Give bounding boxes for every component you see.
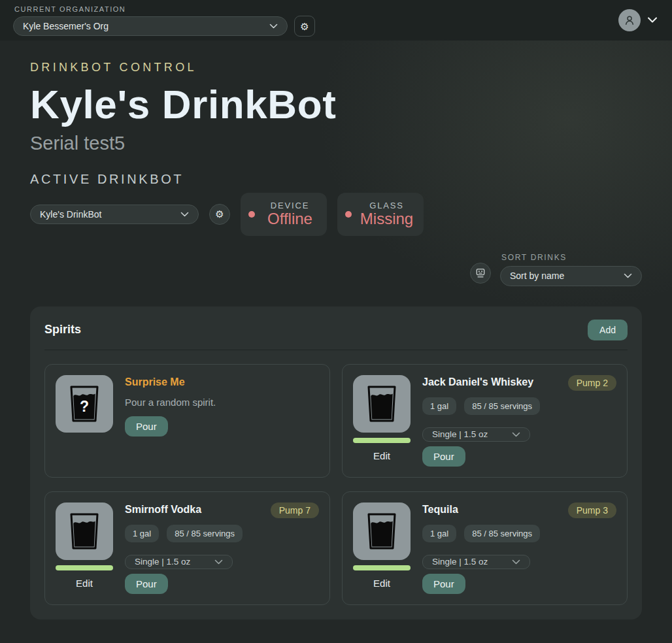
glass-icon bbox=[364, 512, 399, 550]
drink-name-row: Jack Daniel's WhiskeyPump 2 bbox=[422, 375, 616, 391]
spirits-section: Spirits Add ?Surprise MePour a random sp… bbox=[30, 306, 642, 619]
avatar[interactable] bbox=[618, 9, 641, 31]
svg-text:?: ? bbox=[80, 398, 89, 415]
drink-name: Surprise Me bbox=[125, 375, 185, 389]
drink-thumb-column: Edit bbox=[56, 503, 113, 594]
drink-chips: 1 gal85 / 85 servings bbox=[125, 525, 243, 542]
user-menu[interactable] bbox=[618, 9, 658, 31]
drink-name: Smirnoff Vodka bbox=[125, 503, 201, 517]
sort-drinks-select[interactable]: Sort by name bbox=[500, 266, 642, 286]
drink-info-chip: 1 gal bbox=[422, 397, 456, 415]
drink-name: Tequila bbox=[422, 503, 458, 517]
drink-thumb-column: Edit bbox=[353, 375, 411, 467]
sort-row: SORT DRINKS Sort by name bbox=[0, 253, 642, 286]
edit-button[interactable]: Edit bbox=[373, 578, 390, 589]
pour-size-value: Single | 1.5 oz bbox=[135, 557, 190, 567]
gear-icon: ⚙ bbox=[215, 209, 224, 219]
main-content: DRINKBOT CONTROL Kyle's DrinkBot Serial … bbox=[0, 41, 672, 643]
topbar: CURRENT ORGANIZATION Kyle Bessemer's Org… bbox=[0, 0, 672, 41]
glass-status-label: GLASS bbox=[369, 201, 403, 210]
drink-info-chip: 85 / 85 servings bbox=[464, 525, 540, 542]
org-select[interactable]: Kyle Bessemer's Org bbox=[13, 16, 288, 36]
drinkbot-view-button[interactable] bbox=[470, 263, 491, 284]
pour-size-select[interactable]: Single | 1.5 oz bbox=[125, 555, 233, 569]
drink-chips: 1 gal85 / 85 servings bbox=[422, 525, 540, 542]
drink-card-body: Smirnoff VodkaPump 71 gal85 / 85 serving… bbox=[125, 503, 319, 594]
glass-icon bbox=[364, 385, 399, 423]
section-divider bbox=[44, 350, 628, 350]
drink-name-row: Smirnoff VodkaPump 7 bbox=[125, 503, 319, 518]
spirits-section-title: Spirits bbox=[44, 323, 81, 337]
drinkbot-settings-button[interactable]: ⚙ bbox=[209, 204, 230, 225]
sort-drinks: SORT DRINKS Sort by name bbox=[500, 253, 642, 286]
glass-icon: ? bbox=[67, 385, 102, 423]
glass-status-value: Missing bbox=[360, 210, 413, 227]
fill-level-bar bbox=[353, 438, 411, 443]
chevron-down-icon bbox=[214, 559, 223, 565]
active-drinkbot-label: ACTIVE DRINKBOT bbox=[30, 172, 672, 187]
org-label: CURRENT ORGANIZATION bbox=[14, 5, 315, 13]
drink-name: Jack Daniel's Whiskey bbox=[422, 375, 533, 389]
drink-card-body: Surprise MePour a random spirit.Pour bbox=[125, 375, 319, 467]
chevron-down-icon bbox=[624, 273, 632, 278]
pump-badge: Pump 2 bbox=[568, 375, 616, 391]
pour-size-value: Single | 1.5 oz bbox=[432, 429, 488, 439]
glass-status-card: GLASS Missing bbox=[337, 193, 424, 236]
drink-thumb-column: ? bbox=[56, 375, 113, 467]
drink-info-chip: 85 / 85 servings bbox=[167, 525, 243, 542]
device-status-label: DEVICE bbox=[271, 201, 309, 210]
pump-badge: Pump 3 bbox=[568, 503, 616, 518]
pour-button[interactable]: Pour bbox=[125, 574, 168, 594]
drink-name-row: Surprise Me bbox=[125, 375, 319, 389]
org-switcher: CURRENT ORGANIZATION Kyle Bessemer's Org… bbox=[13, 4, 315, 37]
active-drinkbot-select[interactable]: Kyle's DrinkBot bbox=[30, 205, 199, 224]
sort-drinks-value: Sort by name bbox=[510, 271, 564, 281]
user-menu-chevron-icon[interactable] bbox=[647, 17, 658, 24]
drink-chips: 1 gal85 / 85 servings bbox=[422, 397, 540, 415]
add-spirit-button[interactable]: Add bbox=[588, 320, 628, 340]
gear-icon: ⚙ bbox=[300, 22, 309, 31]
pour-button[interactable]: Pour bbox=[125, 416, 168, 437]
edit-button[interactable]: Edit bbox=[373, 450, 390, 461]
drink-thumbnail bbox=[56, 503, 113, 560]
org-select-value: Kyle Bessemer's Org bbox=[23, 21, 109, 31]
person-icon bbox=[623, 14, 636, 27]
drink-thumbnail bbox=[353, 503, 411, 560]
device-status-card: DEVICE Offline bbox=[241, 193, 327, 236]
pour-size-select[interactable]: Single | 1.5 oz bbox=[422, 555, 530, 569]
fill-level-bar bbox=[353, 565, 411, 570]
edit-button[interactable]: Edit bbox=[76, 578, 93, 589]
pour-size-value: Single | 1.5 oz bbox=[432, 557, 488, 567]
drink-card-body: TequilaPump 31 gal85 / 85 servingsSingle… bbox=[422, 503, 616, 594]
drink-card: EditTequilaPump 31 gal85 / 85 servingsSi… bbox=[342, 491, 628, 605]
drink-name-row: TequilaPump 3 bbox=[422, 503, 616, 518]
drink-card-body: Jack Daniel's WhiskeyPump 21 gal85 / 85 … bbox=[422, 375, 616, 467]
fill-level-bar bbox=[56, 565, 113, 570]
drink-description: Pour a random spirit. bbox=[125, 397, 216, 408]
serial-subtitle: Serial test5 bbox=[30, 133, 672, 154]
spirits-grid: ?Surprise MePour a random spirit.Pour Ed… bbox=[44, 364, 628, 605]
drink-info-chip: 1 gal bbox=[125, 525, 159, 542]
glass-icon bbox=[67, 512, 102, 550]
pour-button[interactable]: Pour bbox=[422, 574, 465, 594]
drink-info-chip: 85 / 85 servings bbox=[464, 397, 540, 415]
drink-info-chip: 1 gal bbox=[422, 525, 456, 542]
active-drinkbot-row: Kyle's DrinkBot ⚙ DEVICE Offline GLASS M… bbox=[30, 193, 672, 236]
pour-button[interactable]: Pour bbox=[422, 446, 465, 467]
status-dot-icon bbox=[248, 211, 255, 218]
drink-card: EditSmirnoff VodkaPump 71 gal85 / 85 ser… bbox=[44, 491, 330, 605]
pump-badge: Pump 7 bbox=[271, 503, 319, 518]
drink-thumbnail bbox=[353, 375, 411, 433]
drink-card: EditJack Daniel's WhiskeyPump 21 gal85 /… bbox=[342, 364, 628, 478]
drink-card: ?Surprise MePour a random spirit.Pour bbox=[44, 364, 330, 478]
drink-thumbnail: ? bbox=[56, 375, 113, 433]
drink-thumb-column: Edit bbox=[353, 503, 411, 594]
chevron-down-icon bbox=[512, 432, 520, 437]
pour-size-select[interactable]: Single | 1.5 oz bbox=[422, 427, 530, 442]
org-settings-button[interactable]: ⚙ bbox=[294, 16, 315, 37]
chevron-down-icon bbox=[269, 24, 278, 29]
active-drinkbot-value: Kyle's DrinkBot bbox=[40, 209, 101, 220]
status-dot-icon bbox=[345, 211, 352, 218]
page-eyebrow: DRINKBOT CONTROL bbox=[30, 61, 672, 74]
device-status-value: Offline bbox=[267, 210, 312, 227]
